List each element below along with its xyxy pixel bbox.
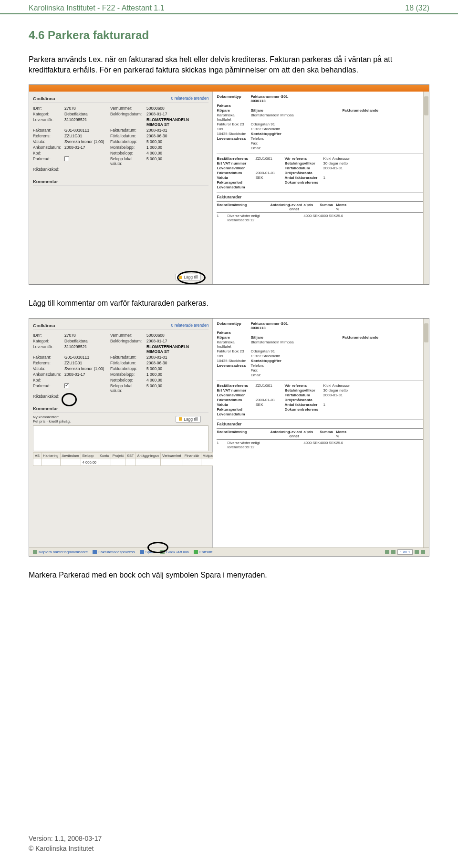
val-idnr: 27078 — [64, 106, 107, 111]
kopare-l4: 10435 Stockholm — [217, 132, 248, 136]
invoice-preview: Dokumenttyp Fakturanummer G01-8030113 Fa… — [213, 92, 429, 284]
annotation-circle-checkbox — [62, 393, 77, 406]
related-link-2[interactable]: 0 relaterade ärenden — [171, 323, 209, 328]
val-forfall2: 2008-01-31 — [323, 166, 352, 170]
saljare-l3: 11322 Stockholm — [250, 127, 296, 131]
val-ref: ZZU1G01 — [64, 134, 107, 138]
lbl-forfall2: Förfallodatum — [284, 166, 320, 170]
col-radnr: Radnr — [217, 203, 227, 211]
val-netto: 4 000,00 — [146, 151, 189, 155]
continue-icon — [194, 550, 198, 554]
lbl-bestref: Beställarreferens — [217, 156, 252, 161]
lbl-forfall: Förfallodatum: — [110, 134, 144, 138]
kopare-l5: Leveransadress — [217, 136, 248, 141]
nav-last-icon[interactable] — [421, 550, 425, 554]
add-comment-button-2[interactable]: Lägg till — [176, 416, 201, 423]
row-apris: 4000 SEK — [303, 214, 320, 222]
val-valuta2: SEK — [255, 176, 281, 180]
val-ankomst: 2008-01-17 — [64, 145, 107, 150]
saljare-l2: Odengatan 91 — [250, 122, 296, 126]
kopare-l2: Fakturor Box 23 — [217, 122, 248, 126]
row-moms: 25.0 — [336, 214, 350, 222]
lbl-moms: Momsbelopp: — [110, 145, 144, 150]
val-faktdat: 2008-01-01 — [146, 128, 189, 133]
lbl-vernr: Vernummer: — [110, 106, 144, 111]
lbl-dokref: Dokumentreferens — [284, 180, 320, 185]
val-betvillkor: 30 dagar netto — [323, 161, 352, 165]
comment-textarea[interactable] — [33, 425, 208, 451]
nav-first-icon[interactable] — [385, 550, 389, 554]
lbl-ertvat: Ert VAT nummer — [217, 161, 252, 165]
val-vernr: 50000608 — [146, 106, 189, 111]
lbl-ankomst: Ankomstdatum: — [33, 145, 62, 150]
parkerad-checkbox[interactable] — [64, 156, 69, 161]
lbl-faktnr2: Fakturanummer G01-8030113 — [250, 94, 296, 103]
val-valuta: Svenska kronor (1,00) — [64, 139, 107, 144]
lbl-parkerad: Parkerad: — [33, 156, 62, 166]
lbl-faktbel: Fakturabelopp: — [110, 139, 144, 144]
val-kod — [64, 151, 107, 155]
page-indicator: 1 av 1 — [397, 549, 413, 555]
lbl-kopare: Köpare — [217, 108, 248, 113]
lbl-drojsmal: Dröjsmålsränta — [284, 171, 320, 175]
lbl-varref: Vår referens — [284, 156, 320, 161]
val-varref: Kicki Andersson — [323, 156, 352, 161]
lbl-levvillkor: Leveransvillkor — [217, 166, 252, 170]
screenshot-2: Godkänna 0 relaterade ärenden IDnr:27078… — [29, 318, 429, 557]
saljare-l4: Kontaktuppgifter — [250, 132, 296, 136]
doc-header: Karolinska Institutet - F22 - Attestant … — [0, 0, 458, 14]
col-moms: Moms % — [336, 203, 350, 211]
val-faktbel: 5 000,00 — [146, 139, 189, 144]
col-apris: a'pris — [303, 203, 320, 211]
saljare-l7: Email: — [250, 146, 296, 150]
col-summa: Summa — [320, 203, 336, 211]
lbl-faktdat: Fakturadatum: — [110, 128, 144, 133]
parkerad-checkbox-checked[interactable] — [64, 383, 69, 388]
row-belopp: 4 000,00 — [81, 459, 98, 465]
val-antal: 1 — [323, 176, 352, 180]
paragraph-2: Lägg till kommentar om varför fakturarad… — [29, 298, 420, 309]
val-forfall: 2008-06-30 — [146, 134, 189, 138]
footer-version: Version: 1.1, 2008-03-17 — [29, 834, 102, 844]
lbl-lev: Leverantör: — [33, 117, 62, 127]
scrollbar-2[interactable] — [423, 319, 429, 548]
lbl-faktmedd: Fakturameddelande — [342, 108, 425, 113]
kommentar-title: Kommentar — [33, 179, 58, 184]
lbl-kategori: Kategori: — [33, 112, 62, 116]
nav-prev-icon[interactable] — [391, 550, 396, 554]
lbl-faktnr: Fakturanr: — [33, 128, 62, 133]
approve-title: Godkänna — [33, 96, 55, 101]
val-lev: 3110298521 — [64, 117, 107, 127]
val-faktdat2: 2008-01-01 — [255, 171, 281, 175]
app-topbar — [29, 85, 429, 92]
val-bestref: ZZU1G01 — [255, 156, 281, 161]
toolbar-copy[interactable]: Kopiera hantering/användare — [33, 550, 88, 554]
saljare-l6: Fax: — [250, 141, 296, 145]
col-benamn: Benämning — [227, 203, 270, 211]
val-bokf: 2008-01-17 — [146, 112, 189, 116]
doc-header-left: Karolinska Institutet - F22 - Attestant … — [29, 4, 165, 12]
doc-header-right: 18 (32) — [405, 4, 429, 12]
row-radnr: 1 — [217, 214, 227, 222]
nav-next-icon[interactable] — [415, 550, 419, 554]
lbl-ref: Referens: — [33, 134, 62, 138]
invoice-preview-2: Dokumenttyp Fakturanummer G01-8030113 Fa… — [213, 319, 429, 548]
approve-panel: Godkänna 0 relaterade ärenden IDnr: 2707… — [29, 92, 213, 284]
lbl-valuta2: Valuta — [217, 176, 252, 180]
lbl-saljare: Säljare — [250, 108, 296, 113]
row-summa: 4000 SEK — [320, 214, 336, 222]
toolbar-flow[interactable]: Fakturaflödesprocess — [93, 550, 135, 554]
lbl-doktyp: Dokumenttyp — [217, 94, 248, 103]
toolbar-continue[interactable]: Fortsätt — [194, 550, 212, 554]
section-title: 4.6 Parkera fakturarad — [29, 29, 429, 42]
saljare-l1: Blomsterhandeln Mimosa — [250, 113, 296, 122]
val-moms: 1 000,00 — [146, 145, 189, 150]
approve-panel-2: Godkänna 0 relaterade ärenden IDnr:27078… — [29, 319, 213, 548]
kopare-l1: Karolinska Institutet — [217, 113, 248, 122]
save-icon — [140, 550, 144, 554]
doc-footer: Version: 1.1, 2008-03-17 Karolinska Inst… — [29, 834, 102, 854]
scrollbar[interactable] — [423, 92, 429, 284]
lbl-belopplok: Belopp lokal valuta: — [110, 156, 144, 166]
related-link[interactable]: 0 relaterade ärenden — [171, 96, 209, 101]
val-belopplok: 5 000,00 — [146, 156, 189, 166]
